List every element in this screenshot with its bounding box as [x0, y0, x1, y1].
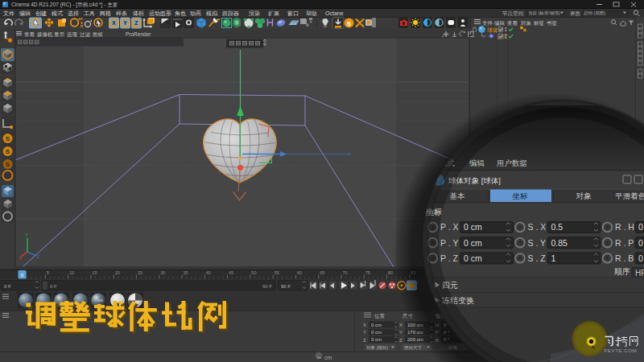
svg-text:5: 5 — [47, 270, 49, 275]
svg-text:HPB: HPB — [635, 269, 644, 278]
svg-text:球体: 球体 — [487, 27, 498, 34]
svg-text:0.5: 0.5 — [551, 222, 564, 232]
svg-text:0 cm: 0 cm — [371, 330, 382, 335]
svg-text:窗口: 窗口 — [287, 10, 299, 17]
svg-text:0.85: 0.85 — [551, 238, 568, 248]
svg-text:30: 30 — [160, 270, 165, 275]
svg-text:80: 80 — [388, 270, 393, 275]
svg-text:Z: Z — [399, 338, 402, 343]
svg-text:40: 40 — [206, 270, 211, 275]
svg-text:S . Y: S . Y — [528, 238, 547, 248]
svg-text:Y: Y — [123, 20, 127, 26]
svg-text:界面: 界面 — [570, 10, 581, 16]
svg-text:0 cm: 0 cm — [371, 323, 382, 327]
svg-text:1: 1 — [551, 253, 556, 263]
svg-text:R . H: R . H — [615, 222, 634, 232]
svg-text:cm: cm — [324, 355, 332, 360]
svg-text:Z: Z — [37, 255, 39, 259]
svg-text:R . P: R . P — [615, 238, 634, 248]
svg-text:25: 25 — [138, 270, 142, 275]
svg-text:15: 15 — [92, 270, 97, 275]
svg-text:90 F: 90 F — [262, 284, 272, 289]
svg-text:45: 45 — [229, 270, 233, 275]
svg-text:0: 0 — [638, 238, 643, 248]
svg-text:Octane: Octane — [325, 10, 344, 16]
svg-text:0 F: 0 F — [4, 284, 11, 289]
svg-text:R . B: R . B — [615, 253, 634, 263]
svg-text:当前 (标准/物理): 当前 (标准/物理) — [528, 10, 560, 16]
svg-text:FEVTE.COM: FEVTE.COM — [605, 348, 638, 353]
svg-text:0: 0 — [638, 253, 643, 263]
svg-text:启动 (局部): 启动 (局部) — [584, 10, 605, 16]
svg-text:Cinema 4D R21.207 (RC) - [示例.c: Cinema 4D R21.207 (RC) - [示例.c4d *] - 主要 — [11, 2, 118, 8]
svg-text:查看: 查看 — [507, 20, 518, 27]
svg-text:查看: 查看 — [24, 31, 35, 38]
svg-text:运动图形: 运动图形 — [149, 10, 171, 17]
svg-text:0 cm: 0 cm — [464, 222, 482, 232]
svg-text:X: X — [399, 323, 402, 327]
svg-text:跟踪器: 跟踪器 — [222, 10, 239, 17]
svg-text:0: 0 — [638, 222, 643, 232]
svg-text:对象: 对象 — [576, 191, 592, 200]
svg-text:90 F: 90 F — [281, 284, 291, 289]
svg-text:渲染: 渲染 — [249, 10, 260, 17]
svg-text:Y: Y — [26, 233, 28, 237]
svg-text:节点空间:: 节点空间: — [502, 10, 525, 17]
svg-text:角色: 角色 — [175, 10, 186, 17]
svg-text:过滤: 过滤 — [80, 31, 91, 38]
svg-text:帮助: 帮助 — [306, 10, 317, 17]
svg-text:75: 75 — [365, 270, 370, 275]
svg-text:35: 35 — [183, 270, 188, 275]
svg-text:书签: 书签 — [547, 20, 558, 26]
svg-text:P . Z: P . Z — [440, 253, 459, 263]
svg-text:标签: 标签 — [533, 20, 545, 27]
svg-text:对象 (相对): 对象 (相对) — [366, 345, 388, 350]
svg-text:显示: 显示 — [54, 31, 65, 37]
svg-text:S . X: S . X — [528, 222, 547, 232]
svg-text:S: S — [6, 161, 10, 168]
svg-text:编辑: 编辑 — [19, 10, 31, 16]
svg-text:S: S — [347, 20, 352, 27]
svg-text:ProRender: ProRender — [126, 31, 151, 37]
svg-text:绝对尺寸: 绝对尺寸 — [404, 345, 423, 350]
svg-text:S: S — [6, 135, 10, 142]
svg-text:位置: 位置 — [374, 313, 386, 319]
svg-text:模拟: 模拟 — [206, 10, 218, 17]
svg-text:平滑着色: 平滑着色 — [615, 191, 644, 200]
svg-text:70: 70 — [342, 270, 347, 275]
svg-text:Y: Y — [363, 330, 366, 335]
svg-text:选择: 选择 — [68, 10, 79, 17]
svg-text:55: 55 — [275, 270, 279, 275]
svg-text:编辑: 编辑 — [494, 20, 506, 26]
svg-text:Z: Z — [363, 338, 366, 343]
svg-text:网格: 网格 — [100, 10, 111, 17]
svg-text:OCTANE: OCTANE — [93, 299, 103, 302]
svg-text:60: 60 — [297, 270, 302, 275]
svg-text:Y: Y — [399, 330, 402, 335]
svg-text:X: X — [112, 20, 116, 26]
svg-text:0 cm: 0 cm — [371, 337, 382, 342]
svg-text:0 F: 0 F — [50, 284, 57, 289]
svg-text:文件: 文件 — [3, 10, 14, 17]
svg-text:Un: Un — [317, 356, 321, 360]
svg-text:X: X — [19, 257, 22, 261]
svg-text:工具: 工具 — [84, 10, 95, 17]
svg-text:20: 20 — [115, 270, 120, 275]
svg-text:摄像机: 摄像机 — [37, 31, 53, 38]
svg-text:50: 50 — [251, 270, 256, 275]
svg-text:基本: 基本 — [450, 191, 466, 200]
svg-text:S: S — [6, 148, 10, 155]
svg-text:面板: 面板 — [93, 31, 104, 37]
svg-text:X: X — [363, 323, 366, 327]
svg-text:选项: 选项 — [67, 31, 78, 38]
svg-text:扩展: 扩展 — [268, 10, 279, 17]
svg-text:S . Z: S . Z — [528, 253, 547, 263]
svg-text:0 cm: 0 cm — [464, 253, 482, 263]
svg-text:顺序: 顺序 — [614, 267, 630, 276]
svg-text:Z: Z — [134, 20, 138, 26]
svg-text:P . Y: P . Y — [440, 238, 458, 248]
svg-text:创建: 创建 — [35, 10, 47, 17]
svg-text:P . X: P . X — [440, 222, 459, 232]
svg-text:坐标: 坐标 — [513, 191, 529, 200]
svg-text:R: R — [80, 24, 83, 28]
